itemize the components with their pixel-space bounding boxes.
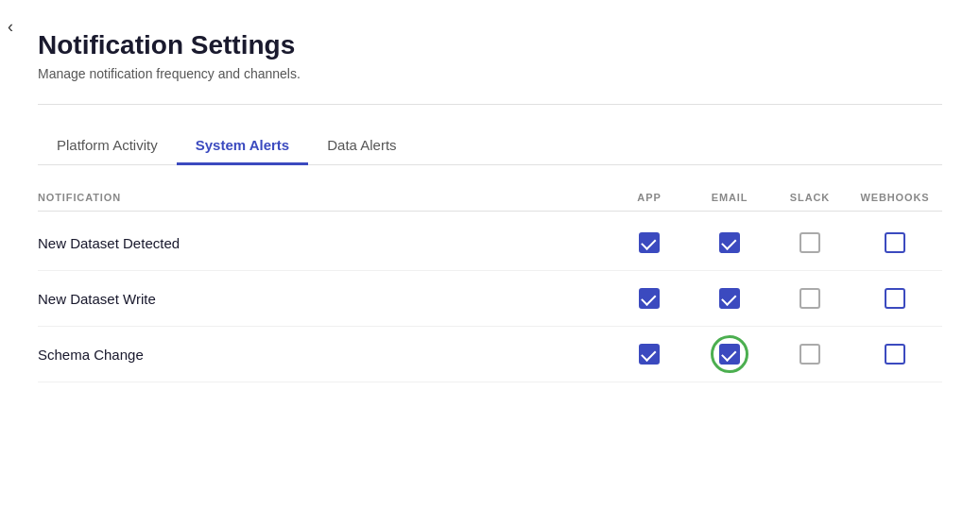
slack-checkbox-2[interactable]	[772, 288, 848, 309]
page-subtitle: Manage notification frequency and channe…	[38, 66, 942, 81]
email-checkbox-1[interactable]	[687, 232, 772, 253]
notifications-content: NOTIFICATION APP EMAIL SLACK WEBHOOKS Ne…	[38, 165, 942, 382]
col-header-slack: SLACK	[772, 192, 848, 203]
table-header-row: NOTIFICATION APP EMAIL SLACK WEBHOOKS	[38, 184, 942, 212]
checkbox-unchecked-icon[interactable]	[799, 232, 820, 253]
checkbox-checked-icon[interactable]	[719, 344, 740, 365]
app-checkbox-1[interactable]	[611, 232, 687, 253]
table-row: Schema Change	[38, 327, 942, 382]
app-checkbox-3[interactable]	[611, 344, 687, 365]
tab-data-alerts[interactable]: Data Alerts	[308, 127, 415, 165]
table-row: New Dataset Write	[38, 271, 942, 327]
page-header: Notification Settings Manage notificatio…	[38, 30, 942, 105]
checkbox-unchecked-icon[interactable]	[799, 288, 820, 309]
slack-checkbox-1[interactable]	[772, 232, 848, 253]
slack-checkbox-3[interactable]	[772, 344, 848, 365]
webhooks-checkbox-3[interactable]	[848, 344, 942, 365]
checkbox-checked-icon[interactable]	[719, 288, 740, 309]
row-label: Schema Change	[38, 347, 611, 363]
tab-system-alerts[interactable]: System Alerts	[177, 127, 309, 165]
col-header-notification: NOTIFICATION	[38, 192, 611, 203]
checkbox-unchecked-blue-icon[interactable]	[885, 288, 905, 309]
row-label: New Dataset Write	[38, 291, 611, 307]
col-header-email: EMAIL	[687, 192, 772, 203]
webhooks-checkbox-2[interactable]	[848, 288, 942, 309]
email-checkbox-3-highlighted[interactable]	[687, 344, 772, 365]
tab-bar: Platform Activity System Alerts Data Ale…	[38, 127, 942, 165]
app-checkbox-2[interactable]	[611, 288, 687, 309]
col-header-app: APP	[611, 192, 687, 203]
row-label: New Dataset Detected	[38, 235, 611, 251]
checkbox-checked-icon[interactable]	[639, 232, 660, 253]
tab-platform-activity[interactable]: Platform Activity	[38, 127, 177, 165]
checkbox-unchecked-blue-icon[interactable]	[885, 232, 905, 253]
webhooks-checkbox-1[interactable]	[848, 232, 942, 253]
col-header-webhooks: WEBHOOKS	[848, 192, 942, 203]
checkbox-checked-icon[interactable]	[719, 232, 740, 253]
back-button[interactable]: ‹	[8, 17, 13, 37]
checkbox-checked-icon[interactable]	[639, 344, 660, 365]
page-title: Notification Settings	[38, 30, 942, 60]
checkbox-unchecked-icon[interactable]	[799, 344, 820, 365]
table-row: New Dataset Detected	[38, 215, 942, 271]
email-checkbox-2[interactable]	[687, 288, 772, 309]
checkbox-checked-icon[interactable]	[639, 288, 660, 309]
checkbox-unchecked-blue-icon[interactable]	[885, 344, 905, 365]
